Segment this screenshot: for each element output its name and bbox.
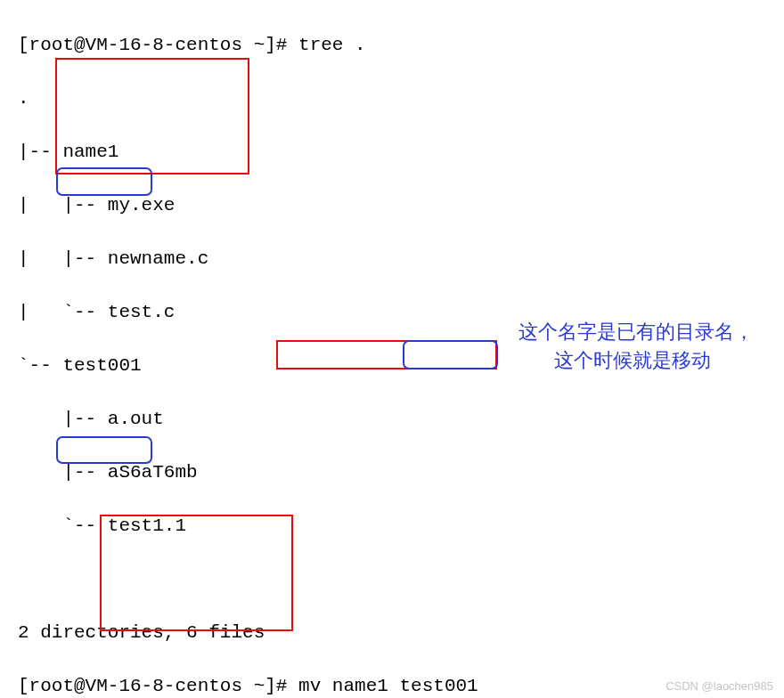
annotation-line-1: 这个名字是已有的目录名， bbox=[519, 319, 754, 345]
highlight-red-name1-block2 bbox=[100, 515, 293, 631]
tree-newname: | |-- newname.c bbox=[18, 246, 784, 272]
tree-aout: |-- a.out bbox=[18, 406, 784, 433]
cmd-tree-1: [root@VM-16-8-centos ~]# tree . bbox=[18, 32, 784, 59]
annotation-line-2: 这个时候就是移动 bbox=[554, 347, 711, 374]
highlight-blue-test001-bot bbox=[56, 436, 152, 464]
tree-myexe: | |-- my.exe bbox=[18, 192, 784, 219]
watermark: CSDN @laochen985 bbox=[666, 679, 773, 693]
highlight-blue-test001-top bbox=[56, 167, 152, 196]
highlight-red-name1-block bbox=[55, 58, 249, 174]
highlight-blue-test001-arg bbox=[403, 340, 498, 369]
